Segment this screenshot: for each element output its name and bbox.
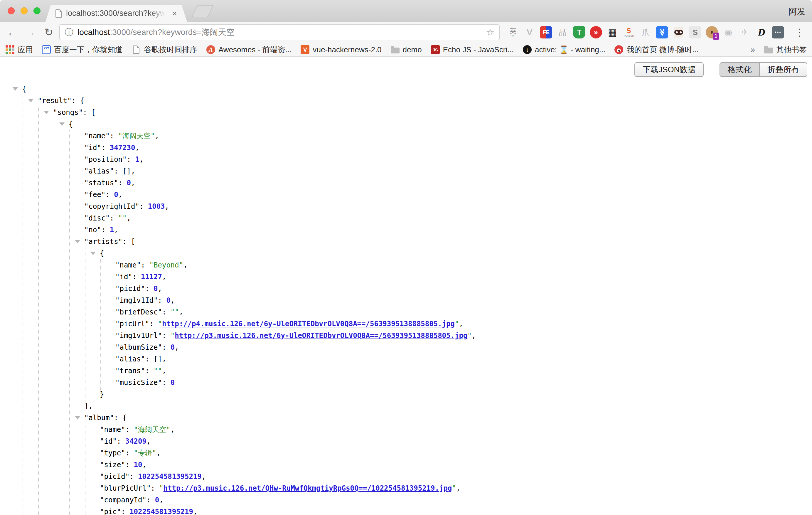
bookmarks-overflow-icon[interactable]: » [750,45,755,54]
bookmark-label: demo [403,45,422,54]
json-link[interactable]: http://p4.music.126.net/6y-UleORITEDbvrO… [162,320,455,328]
monkey-icon[interactable]: ᴥ1 [706,26,718,38]
zoom-window-button[interactable] [33,7,40,15]
json-punctuation: : [ [122,237,135,246]
bookmark-item[interactable]: AAwesomes - 前端资... [206,45,291,55]
json-punctuation: , [162,273,166,281]
bookmark-label: active: ⌛ - waiting... [535,45,606,54]
json-punctuation: : [125,425,134,434]
bird-icon[interactable]: ✈ [739,26,751,38]
json-line: "size": 10, [0,459,812,471]
url-text: localhost:3000/search?keywords=海阔天空 [78,27,482,38]
json-line: "id": 34209, [0,435,812,447]
json-punctuation: , [146,437,151,446]
collapse-toggle-icon[interactable] [90,252,96,255]
bookmark-item[interactable]: 爫百度一下，你就知道 [42,45,123,55]
other-bookmarks-label: 其他书签 [776,45,807,55]
json-punctuation: : [125,461,134,469]
format-button[interactable]: 格式化 [720,62,759,77]
bookmarks-list: 应用爫百度一下，你就知道谷歌按时间排序AAwesomes - 前端资...Vvu… [5,45,699,55]
json-punctuation: , [156,449,161,457]
json-string: "海阔天空" [118,132,155,140]
bookmark-item[interactable]: 谷歌按时间排序 [132,45,197,55]
other-bookmarks-folder[interactable]: 其他书签 [764,45,807,55]
bookmark-item[interactable]: 应用 [5,45,33,55]
dots-card-icon[interactable]: ••• [772,26,784,38]
browser-menu-icon[interactable]: ⋮ [791,26,807,38]
bookmark-item[interactable]: JSEcho JS - JavaScri... [431,45,514,54]
profile-name[interactable]: 阿发 [788,6,806,18]
bookmark-label: Echo JS - JavaScri... [443,45,514,54]
collapse-toggle-icon[interactable] [75,416,80,420]
d-logo-icon[interactable]: D [755,26,768,38]
reload-button[interactable]: ↻ [41,27,56,37]
json-key: "picId" [100,473,129,481]
collapse-toggle-icon[interactable] [12,87,18,91]
tab-close-icon[interactable]: × [172,9,177,18]
json-punctuation: : [127,155,135,164]
json-number: 0 [153,285,157,293]
collapse-all-button[interactable]: 折叠所有 [759,62,807,77]
json-punctuation: : [133,273,141,281]
vimium-icon[interactable]: ≫ [656,26,668,38]
translate-icon[interactable]: 英en [507,26,519,38]
json-punctuation: : [129,473,138,481]
collapse-toggle-icon[interactable] [28,99,33,103]
collapse-toggle-icon[interactable] [59,122,65,126]
json-key: "alias" [115,355,145,363]
mask-icon[interactable] [672,26,685,38]
sitemap-icon[interactable]: 品 [557,26,569,38]
json-punctuation: ], [84,402,93,410]
paw-icon[interactable]: 爪 [639,26,652,38]
forward-button[interactable]: → [23,27,38,37]
json-punctuation: , [118,191,122,199]
json-link[interactable]: http://p3.music.126.net/6y-UleORITEDbvrO… [175,332,467,340]
json-line: "pic": 102254581395219, [0,506,812,515]
json-string: "" [153,367,162,375]
bookmark-item[interactable]: 我的首页 微博-随时... [614,45,699,55]
bookmark-item[interactable]: ↓active: ⌛ - waiting... [523,45,606,54]
bookmark-star-icon[interactable]: ☆ [486,28,494,37]
s-logo-icon[interactable]: S [689,26,701,38]
json-string: " [159,484,163,492]
active-download-icon: ↓ [523,45,532,54]
json-key: "status" [84,179,118,187]
bookmark-label: 应用 [18,45,33,55]
active-tab[interactable]: localhost:3000/search?keywor × [46,5,187,22]
back-button[interactable]: ← [5,27,20,37]
json-number: 0 [166,296,170,305]
tab-title: localhost:3000/search?keywor [66,9,168,18]
baidu-paw-icon: 爫 [42,45,51,54]
weibo-eye-icon[interactable]: ◉ [722,26,734,38]
json-key: "id" [84,144,101,152]
json-key: "id" [115,273,133,281]
json-line: "result": { [0,95,812,107]
json-number: 11127 [141,273,162,281]
html5-player-icon[interactable]: 5PLAYER [623,26,635,38]
bookmark-item[interactable]: Vvue-hackernews-2.0 [300,45,381,54]
json-punctuation: } [100,390,104,398]
json-string: "Beyond" [149,261,183,269]
json-number: 0 [127,179,131,187]
json-line: ], [0,400,812,412]
site-info-icon[interactable]: ⓘ [65,28,74,37]
new-tab-button[interactable] [192,5,214,17]
json-link[interactable]: http://p3.music.126.net/QHw-RuMwfQkmgtiy… [164,484,452,492]
qr-code-icon[interactable]: ▦ [606,26,618,38]
json-key: "copyrightId" [84,202,140,210]
json-punctuation: , [162,367,166,375]
traffic-lights [8,7,40,15]
collapse-toggle-icon[interactable] [44,111,49,114]
minimize-window-button[interactable] [21,7,28,15]
vue-icon[interactable]: V [523,26,536,38]
close-window-button[interactable] [8,7,15,15]
json-punctuation: : [158,296,167,305]
bookmark-item[interactable]: demo [390,45,422,54]
address-bar[interactable]: ⓘ localhost:3000/search?keywords=海阔天空 ☆ [59,24,500,40]
fast-forward-icon[interactable]: » [590,26,602,38]
download-json-button[interactable]: 下载JSON数据 [634,62,704,77]
shield-t-icon[interactable]: T [573,26,585,38]
json-line: "album": { [0,412,812,424]
fe-icon[interactable]: FE [540,26,552,38]
collapse-toggle-icon[interactable] [75,240,80,244]
